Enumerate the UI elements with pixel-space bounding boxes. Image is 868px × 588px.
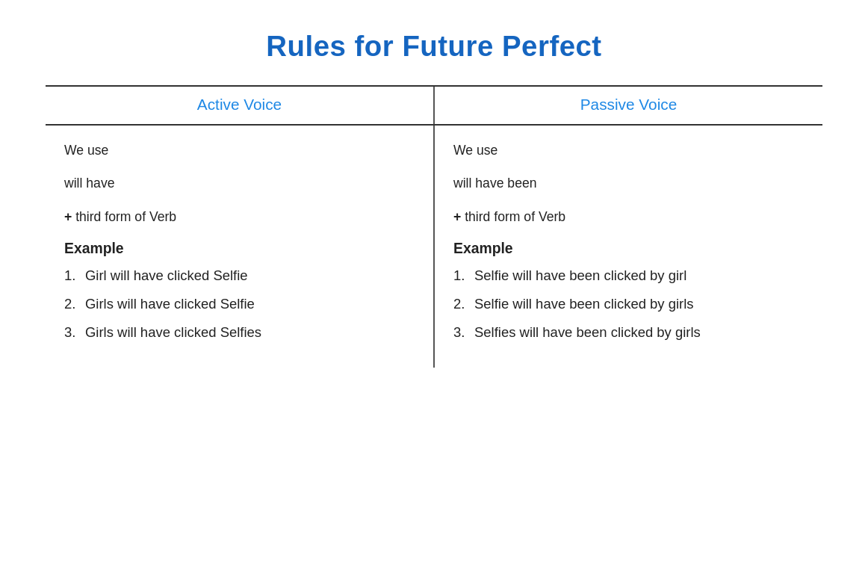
passive-example-list: 1. Selfie will have been clicked by girl… xyxy=(453,267,804,341)
active-voice-column: We use will have + third form of Verb Ex… xyxy=(46,126,435,368)
active-example-header: Example xyxy=(64,240,415,257)
passive-voice-header: Passive Voice xyxy=(435,87,822,124)
passive-rule-3-text: third form of Verb xyxy=(465,209,565,224)
active-rule-3-text: third form of Verb xyxy=(75,209,176,224)
passive-example-2-num: 2. xyxy=(453,296,474,312)
passive-rule-3: + third form of Verb xyxy=(453,207,804,226)
passive-example-3-text: Selfies will have been clicked by girls xyxy=(474,324,701,341)
passive-rule-1: We use xyxy=(453,140,804,160)
active-rule-1: We use xyxy=(64,140,415,160)
passive-example-2: 2. Selfie will have been clicked by girl… xyxy=(453,296,804,312)
active-voice-header: Active Voice xyxy=(46,87,435,124)
active-example-2-num: 2. xyxy=(64,296,85,312)
passive-example-3-num: 3. xyxy=(453,324,474,341)
passive-example-1-num: 1. xyxy=(453,267,474,284)
active-example-1-num: 1. xyxy=(64,267,85,284)
passive-example-1-text: Selfie will have been clicked by girl xyxy=(474,267,686,284)
active-example-3-text: Girls will have clicked Selfies xyxy=(85,324,261,341)
active-example-list: 1. Girl will have clicked Selfie 2. Girl… xyxy=(64,267,415,341)
active-example-1: 1. Girl will have clicked Selfie xyxy=(64,267,415,284)
active-example-3: 3. Girls will have clicked Selfies xyxy=(64,324,415,341)
passive-example-1: 1. Selfie will have been clicked by girl xyxy=(453,267,804,284)
column-headers-row: Active Voice Passive Voice xyxy=(46,87,822,126)
table-body: We use will have + third form of Verb Ex… xyxy=(46,126,822,368)
active-rule-2: will have xyxy=(64,173,415,193)
page-container: Rules for Future Perfect Active Voice Pa… xyxy=(23,15,845,383)
passive-example-3: 3. Selfies will have been clicked by gir… xyxy=(453,324,804,341)
active-example-2: 2. Girls will have clicked Selfie xyxy=(64,296,415,312)
passive-rule-2: will have been xyxy=(453,173,804,193)
passive-plus-sign: + xyxy=(453,209,461,224)
passive-example-header: Example xyxy=(453,240,804,257)
active-plus-sign: + xyxy=(64,209,72,224)
active-example-3-num: 3. xyxy=(64,324,85,341)
active-example-1-text: Girl will have clicked Selfie xyxy=(85,267,248,284)
passive-voice-column: We use will have been + third form of Ve… xyxy=(435,126,822,368)
rules-table: Active Voice Passive Voice We use will h… xyxy=(46,85,822,368)
active-rule-3: + third form of Verb xyxy=(64,207,415,226)
active-example-2-text: Girls will have clicked Selfie xyxy=(85,296,255,312)
page-title: Rules for Future Perfect xyxy=(46,30,822,63)
passive-example-2-text: Selfie will have been clicked by girls xyxy=(474,296,694,312)
